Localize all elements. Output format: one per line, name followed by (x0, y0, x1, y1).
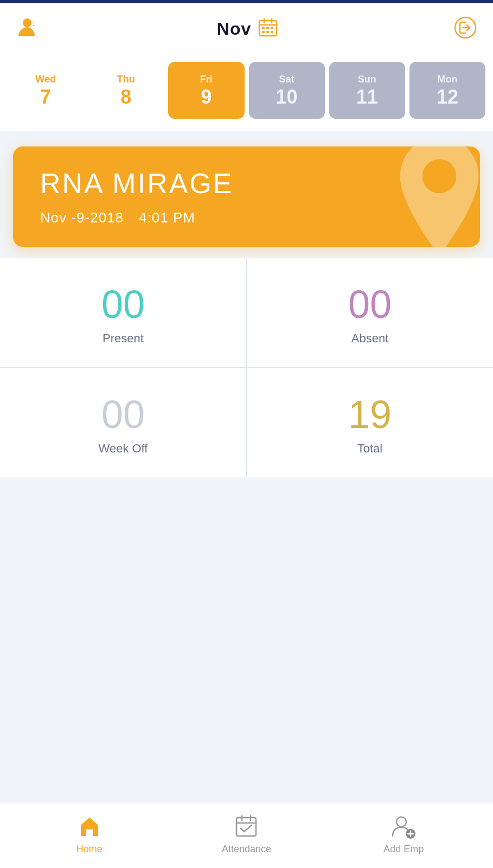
total-label: Total (357, 442, 382, 456)
stats-bottom-row: 00 Week Off 19 Total (0, 368, 493, 477)
day-num-10: 10 (276, 87, 298, 107)
profile-area[interactable]: ↕ (16, 15, 41, 42)
weekoff-value: 00 (101, 395, 145, 434)
svg-point-0 (23, 18, 31, 27)
location-time: 4:01 PM (139, 209, 195, 226)
day-name-sat: Sat (279, 74, 294, 85)
stats-section: 00 Present 00 Absent 00 Week Off 19 Tota… (0, 258, 493, 477)
nav-home-label: Home (76, 844, 103, 855)
present-label: Present (103, 331, 144, 346)
location-pin-bg (388, 146, 480, 247)
svg-rect-14 (236, 818, 256, 836)
day-name-sun: Sun (358, 74, 376, 85)
month-label: Nov (217, 19, 251, 39)
stat-total: 19 Total (247, 368, 493, 477)
svg-rect-11 (271, 31, 273, 33)
day-name-wed: Wed (35, 74, 56, 85)
nav-add-emp-label: Add Emp (383, 844, 424, 855)
person-icon[interactable]: ↕ (16, 15, 41, 42)
svg-rect-6 (262, 27, 265, 29)
date-cell-sun11[interactable]: Sun 11 (329, 62, 405, 119)
date-strip: Wed 7 Thu 8 Fri 9 Sat 10 Sun 11 Mon 12 (0, 52, 493, 131)
svg-point-13 (422, 159, 457, 193)
month-display: Nov (217, 17, 278, 40)
day-num-9: 9 (201, 87, 212, 107)
absent-label: Absent (351, 331, 389, 346)
nav-attendance-label: Attendance (222, 844, 271, 855)
total-value: 19 (348, 395, 392, 434)
day-num-8: 8 (120, 87, 131, 107)
home-icon (76, 813, 103, 839)
location-card[interactable]: RNA MIRAGE Nov -9-2018 4:01 PM (13, 146, 480, 247)
calendar-icon[interactable] (258, 17, 278, 40)
nav-add-emp[interactable]: Add Emp (371, 813, 436, 855)
date-cell-wed7[interactable]: Wed 7 (8, 62, 84, 119)
date-cell-thu8[interactable]: Thu 8 (88, 62, 164, 119)
date-cell-sat10[interactable]: Sat 10 (249, 62, 325, 119)
location-card-wrap: RNA MIRAGE Nov -9-2018 4:01 PM (0, 131, 493, 258)
location-date: Nov -9-2018 (40, 209, 124, 226)
svg-text:↕: ↕ (31, 18, 36, 28)
day-num-11: 11 (356, 87, 378, 107)
nav-attendance[interactable]: Attendance (214, 813, 279, 855)
add-emp-icon (390, 813, 417, 839)
header: ↕ Nov (0, 3, 493, 52)
attendance-icon (233, 813, 259, 839)
svg-rect-8 (271, 27, 273, 29)
nav-home[interactable]: Home (57, 813, 122, 855)
day-name-thu: Thu (117, 74, 135, 85)
svg-rect-10 (266, 31, 269, 33)
day-num-7: 7 (40, 87, 51, 107)
empty-area (0, 477, 493, 597)
stat-absent: 00 Absent (247, 258, 493, 367)
date-cell-mon12[interactable]: Mon 12 (409, 62, 485, 119)
stat-present: 00 Present (0, 258, 247, 367)
bottom-nav: Home Attendance Add Emp (0, 803, 493, 868)
svg-rect-7 (266, 27, 269, 29)
day-name-mon: Mon (437, 74, 457, 85)
logout-icon[interactable] (454, 16, 477, 41)
svg-rect-9 (262, 31, 265, 33)
day-num-12: 12 (437, 87, 458, 107)
stat-weekoff: 00 Week Off (0, 368, 247, 477)
date-cell-fri9[interactable]: Fri 9 (168, 62, 244, 119)
weekoff-label: Week Off (99, 442, 148, 456)
stats-top-row: 00 Present 00 Absent (0, 258, 493, 368)
svg-point-18 (396, 817, 406, 827)
day-name-fri: Fri (200, 74, 213, 85)
present-value: 00 (101, 285, 145, 324)
absent-value: 00 (348, 285, 392, 324)
